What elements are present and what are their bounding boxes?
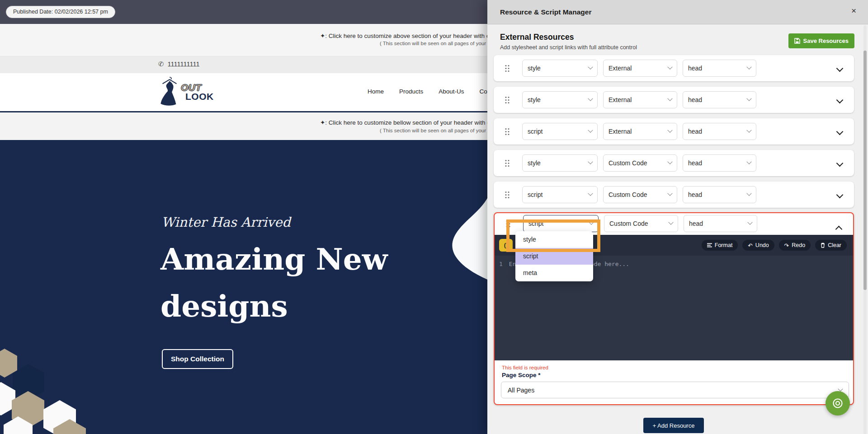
- source-select[interactable]: Custom Code: [603, 154, 677, 172]
- nav-item-about[interactable]: About-Us: [439, 88, 464, 95]
- add-resource-button[interactable]: + Add Resource: [643, 418, 704, 433]
- collapse-row-chevron[interactable]: [835, 226, 843, 233]
- expand-row-chevron[interactable]: [836, 97, 844, 104]
- nav-item-home[interactable]: Home: [368, 88, 384, 95]
- site-preview: Published Date: 02/02/2026 12:57 pm ✦: C…: [0, 0, 493, 434]
- resource-row: script Custom Code head: [494, 182, 854, 208]
- chevron-down-icon: [667, 65, 672, 70]
- placement-select[interactable]: head: [683, 123, 756, 140]
- chevron-down-icon: [588, 191, 593, 196]
- placement-select[interactable]: head: [684, 215, 757, 232]
- drag-handle-icon[interactable]: [505, 220, 511, 228]
- chevron-down-icon: [747, 220, 752, 225]
- app-root: Published Date: 02/02/2026 12:57 pm ✦: C…: [0, 0, 868, 434]
- page-scope-label: Page Scope *: [502, 372, 541, 378]
- chevron-down-icon: [667, 128, 672, 133]
- notice-bottom-line1[interactable]: ✦: Click here to customize bellow sectio…: [320, 119, 493, 126]
- resource-row: style External head: [494, 87, 854, 113]
- phone-icon: ✆: [158, 60, 164, 68]
- chevron-down-icon: [667, 159, 672, 164]
- drag-handle-icon[interactable]: [505, 191, 510, 199]
- nav-item-products[interactable]: Products: [399, 88, 423, 95]
- type-select[interactable]: script: [522, 123, 598, 140]
- placement-select[interactable]: head: [683, 60, 756, 77]
- expand-row-chevron[interactable]: [836, 128, 844, 135]
- source-select[interactable]: Custom Code: [603, 186, 677, 203]
- chevron-down-icon: [746, 96, 751, 101]
- expand-row-chevron[interactable]: [836, 160, 844, 167]
- drag-handle-icon[interactable]: [505, 96, 510, 104]
- main-nav: Home Products About-Us Conta: [368, 88, 493, 95]
- close-icon[interactable]: ×: [851, 6, 856, 16]
- panel-scrollbar-thumb[interactable]: [863, 51, 867, 290]
- placement-select[interactable]: head: [683, 186, 756, 203]
- resource-row: style External head: [494, 55, 854, 81]
- notice-bottom-line2: ( This section will be seen on all pages…: [380, 128, 493, 133]
- type-select[interactable]: script: [522, 186, 598, 203]
- panel-title: Resource & Script Manager: [500, 8, 591, 16]
- shop-collection-button[interactable]: Shop Collection: [162, 349, 233, 369]
- line-number: 1: [499, 261, 503, 267]
- hero-section: Winter Has Arrived Amazing New designs S…: [0, 140, 493, 434]
- chevron-down-icon: [588, 128, 593, 133]
- redo-icon: ↷: [784, 242, 789, 249]
- expand-row-chevron[interactable]: [836, 191, 844, 199]
- plus-icon: +: [653, 422, 656, 429]
- chevron-down-icon: [588, 159, 593, 164]
- chevron-down-icon: [667, 96, 672, 101]
- redo-button[interactable]: ↷ Redo: [779, 240, 811, 251]
- published-date-badge: Published Date: 02/02/2026 12:57 pm: [6, 6, 115, 18]
- publish-topbar: Published Date: 02/02/2026 12:57 pm: [0, 0, 493, 24]
- type-select[interactable]: style: [522, 154, 598, 172]
- save-resources-button[interactable]: Save Resources: [788, 33, 854, 48]
- hero-title-line1: Amazing New: [160, 236, 388, 283]
- type-select[interactable]: style: [522, 91, 598, 108]
- resource-row: style Custom Code head: [494, 150, 854, 176]
- type-select[interactable]: style: [522, 60, 598, 77]
- drag-handle-icon[interactable]: [505, 159, 510, 167]
- chevron-down-icon: [746, 191, 751, 196]
- hero-title: Amazing New designs: [160, 236, 388, 330]
- expand-row-chevron[interactable]: [836, 65, 844, 72]
- dropdown-option-meta[interactable]: meta: [515, 265, 593, 281]
- preview-eye-button[interactable]: [826, 391, 850, 415]
- chevron-down-icon: [667, 191, 672, 196]
- clear-button[interactable]: Clear: [815, 240, 847, 251]
- phone-link[interactable]: ✆ 1111111111: [158, 60, 200, 68]
- chevron-down-icon: [668, 220, 673, 225]
- type-select-focused[interactable]: script: [523, 215, 599, 232]
- site-logo[interactable]: OUT LOOK: [159, 77, 214, 107]
- logo-word-look: LOOK: [185, 92, 214, 101]
- type-dropdown-menu: style script meta: [515, 231, 593, 281]
- drag-handle-icon[interactable]: [505, 65, 510, 72]
- wave-blob-decoration: [442, 180, 493, 283]
- source-select[interactable]: External: [603, 91, 677, 108]
- trash-icon: [821, 243, 825, 248]
- eye-icon: [832, 397, 844, 409]
- notice-top-line1[interactable]: ✦: Click here to customize above section…: [320, 32, 493, 39]
- format-lines-icon: [707, 243, 712, 247]
- undo-button[interactable]: ↶ Undo: [742, 240, 774, 251]
- source-select[interactable]: External: [603, 60, 677, 77]
- contact-strip: ✆ 1111111111: [0, 56, 493, 73]
- dropdown-option-script[interactable]: script: [515, 248, 593, 265]
- save-resources-label: Save Resources: [803, 37, 849, 44]
- drag-handle-icon[interactable]: [505, 128, 510, 135]
- source-select[interactable]: External: [603, 123, 677, 140]
- chevron-down-icon: [746, 65, 751, 70]
- add-resource-label: Add Resource: [657, 422, 694, 429]
- placement-select[interactable]: head: [683, 154, 756, 172]
- logo-text: OUT LOOK: [181, 83, 214, 101]
- chevron-down-icon: [588, 65, 593, 70]
- phone-number: 1111111111: [168, 61, 200, 68]
- header-notice-bottom: ✦: Click here to customize bellow sectio…: [0, 112, 493, 140]
- page-scope-select[interactable]: All Pages: [501, 382, 849, 398]
- header-notice-top: ✦: Click here to customize above section…: [0, 24, 493, 56]
- dropdown-option-style[interactable]: style: [515, 231, 593, 248]
- placement-select[interactable]: head: [683, 91, 756, 108]
- chevron-down-icon: [838, 386, 843, 391]
- save-icon: [794, 38, 800, 44]
- site-header: OUT LOOK Home Products About-Us Conta: [0, 73, 493, 112]
- format-button[interactable]: Format: [702, 240, 738, 251]
- source-select[interactable]: Custom Code: [604, 215, 678, 232]
